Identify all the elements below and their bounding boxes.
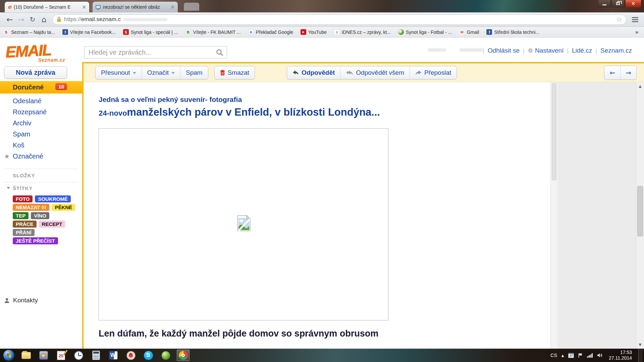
taskbar-skype[interactable]: S	[140, 349, 157, 362]
folders-heading[interactable]: SLOŽKY	[13, 173, 35, 178]
back-icon[interactable]: ←	[4, 16, 15, 23]
tag-tep[interactable]: TEP	[13, 212, 29, 219]
forward-button[interactable]: Přeposlat	[410, 66, 457, 79]
search-icon[interactable]	[216, 49, 223, 56]
tag-jeste-precist[interactable]: JEŠTĚ PŘEČÍST	[13, 237, 58, 244]
bookmark-seznam[interactable]: SSeznam – Najdu ta...	[3, 29, 55, 35]
lide-link[interactable]: Lidé.cz	[572, 47, 592, 54]
prev-message-button[interactable]: ←	[604, 66, 620, 79]
tag-soukrome[interactable]: SOUKROMÉ	[35, 195, 70, 202]
contacts-link[interactable]: Kontakty	[4, 297, 38, 304]
tag-pekne[interactable]: PĚKNÉ	[52, 204, 75, 211]
bookmark-idnes[interactable]: iiDNES.cz – zprávy, kt...	[334, 29, 391, 35]
taskbar-explorer[interactable]	[17, 349, 35, 362]
folder-archive[interactable]: Archiv	[13, 119, 32, 127]
seznam-icon: S	[3, 29, 9, 35]
reply-all-button[interactable]: Odpovědět všem	[340, 66, 410, 79]
minimize-button[interactable]	[598, 0, 611, 7]
tab-images[interactable]: nezobrazí se některé obráz ×	[93, 2, 178, 12]
folder-trash[interactable]: Koš	[13, 141, 24, 149]
taskbar-media-center[interactable]	[157, 349, 174, 362]
show-desktop-button[interactable]	[638, 349, 643, 362]
bookmark-synot[interactable]: SSynot liga - speciál | ...	[123, 29, 178, 35]
chrome-menu-icon[interactable]	[630, 17, 640, 22]
tag-prace[interactable]: PRÁCE	[13, 221, 37, 228]
folder-drafts[interactable]: Rozepsané	[13, 108, 47, 116]
chevron-down-icon[interactable]	[7, 187, 10, 189]
bookmark-translate[interactable]: APřekladač Google	[248, 29, 293, 35]
taskbar-nero[interactable]	[122, 349, 140, 362]
volume-icon[interactable]	[597, 353, 602, 358]
tag-foto[interactable]: FOTO	[13, 195, 33, 202]
reload-icon[interactable]: ↻	[27, 16, 38, 23]
labels-heading[interactable]: ŠTÍTKY	[13, 185, 33, 191]
url-text: https://email.seznam.c	[64, 16, 121, 23]
maximize-button[interactable]	[611, 0, 625, 7]
language-indicator[interactable]: CS	[550, 353, 557, 358]
page-scrollbar[interactable]: ▲ ▼	[636, 82, 644, 349]
browser-titlebar: e (10) Doručené – Seznam E × nezobrazí s…	[0, 0, 644, 12]
minimize-icon	[602, 4, 606, 5]
action-center-flag-icon[interactable]	[578, 353, 583, 358]
reply-arrow-icon	[292, 70, 299, 75]
tag-recept[interactable]: RECEPT	[39, 221, 65, 228]
close-button[interactable]: ✕	[625, 0, 641, 7]
bookmark-school[interactable]: fStřední škola techni...	[486, 29, 539, 35]
reply-button[interactable]: Odpovědět	[287, 66, 340, 79]
scroll-down-icon[interactable]: ▼	[636, 341, 644, 348]
scroll-up-icon[interactable]: ▲	[636, 83, 644, 89]
taskbar-calendar[interactable]: 25	[52, 349, 70, 362]
tab-mail[interactable]: e (10) Doručené – Seznam E ×	[5, 2, 89, 12]
tag-prani[interactable]: PŘÁNÍ	[13, 229, 35, 236]
bookmarks-overflow-icon[interactable]: »	[635, 29, 639, 36]
mark-button[interactable]: Označit	[142, 66, 180, 79]
bookmark-gmail[interactable]: MGmail	[459, 29, 479, 35]
bookmark-facebook[interactable]: fVítejte na Facebook...	[62, 29, 116, 35]
forward-icon[interactable]: →	[15, 16, 27, 23]
bookmark-youtube[interactable]: ▶YouTube	[301, 29, 327, 35]
tab-close-icon[interactable]: ×	[170, 5, 175, 10]
tab-close-icon[interactable]: ×	[82, 5, 86, 10]
seznam-link[interactable]: Seznam.cz	[600, 47, 632, 54]
idnes-icon: i	[334, 29, 340, 35]
hidden-icons-chevron-icon[interactable]: ▲	[561, 354, 564, 357]
taskbar-chrome-active[interactable]	[174, 349, 192, 362]
delete-button[interactable]: Smazat	[215, 66, 255, 79]
settings-link[interactable]: Nastavení	[535, 47, 564, 54]
folder-sent[interactable]: Odeslané	[13, 97, 42, 105]
search-input[interactable]	[85, 49, 216, 56]
facebook-icon: f	[486, 29, 492, 35]
folder-inbox-selected[interactable]: Doručené 10	[0, 81, 82, 94]
taskbar-clock[interactable]: 17:53 27.11.2014	[607, 350, 634, 361]
bookmark-baumit[interactable]: BVítejte - FK BAUMIT ...	[185, 29, 241, 35]
address-bar[interactable]: ! https://email.seznam.c ☆	[52, 14, 627, 25]
folder-flagged[interactable]: Označené	[13, 153, 43, 160]
message-scrollbar[interactable]	[550, 82, 557, 349]
spam-button[interactable]: Spam	[180, 66, 208, 79]
logout-link[interactable]: Odhlásit se	[488, 47, 520, 54]
seznam-email-logo[interactable]: EMAIL Seznam.cz	[5, 42, 65, 63]
tag-vino[interactable]: VÍNO	[31, 212, 49, 219]
bookmark-synot-fotbal[interactable]: Synot liga - Fotbal - ...	[398, 29, 452, 35]
message-footer-text: Len dúfam, že každý manžel pôjde domov s…	[99, 328, 550, 339]
taskbar-calculator[interactable]	[87, 349, 105, 362]
next-message-button[interactable]: →	[620, 66, 636, 79]
taskbar-word[interactable]: W	[105, 349, 122, 362]
tag-nemazat[interactable]: NEMAZAT !!!	[13, 204, 49, 211]
network-signal-icon[interactable]	[587, 353, 593, 358]
compose-button[interactable]: Nová zpráva	[4, 66, 67, 79]
move-button[interactable]: Přesunout	[96, 66, 142, 79]
scrollbar-thumb[interactable]	[637, 186, 643, 236]
taskbar-media-player[interactable]: ▶	[35, 349, 52, 362]
bookmark-star-icon[interactable]: ☆	[616, 15, 622, 23]
tray-calendar-icon[interactable]: 27	[568, 353, 574, 358]
start-button[interactable]	[0, 349, 17, 362]
folder-spam[interactable]: Spam	[13, 130, 30, 138]
taskbar-clock-app[interactable]	[70, 349, 87, 362]
synot-icon: S	[123, 29, 129, 35]
home-icon[interactable]: ⌂	[38, 16, 50, 23]
scrollbar-thumb[interactable]	[552, 83, 556, 180]
new-tab-button[interactable]	[184, 3, 199, 11]
logo-title: EMAIL	[5, 40, 52, 61]
tab-title: (10) Doručené – Seznam E	[14, 4, 80, 10]
